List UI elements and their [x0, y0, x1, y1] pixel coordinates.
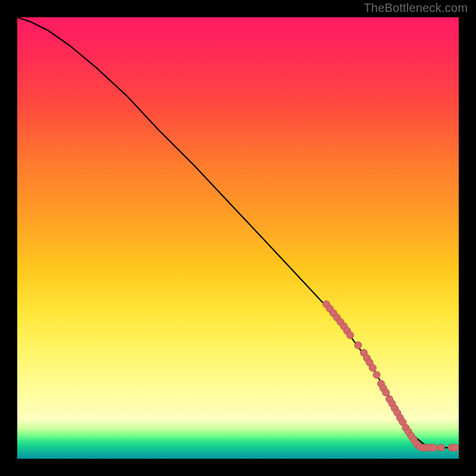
attribution-text: TheBottleneck.com — [364, 1, 468, 15]
plot-area — [17, 17, 459, 459]
curve-marker — [383, 389, 390, 396]
curve-marker — [346, 331, 353, 339]
chart-stage: TheBottleneck.com — [0, 0, 476, 476]
bottleneck-curve — [17, 17, 459, 447]
curve-marker — [373, 371, 380, 378]
curve-marker — [355, 342, 362, 349]
curve-marker — [452, 444, 459, 451]
curve-marker — [437, 444, 444, 451]
curve-marker — [369, 364, 376, 371]
curve-marker — [430, 444, 437, 451]
curve-overlay — [17, 17, 459, 459]
curve-markers — [322, 300, 459, 451]
